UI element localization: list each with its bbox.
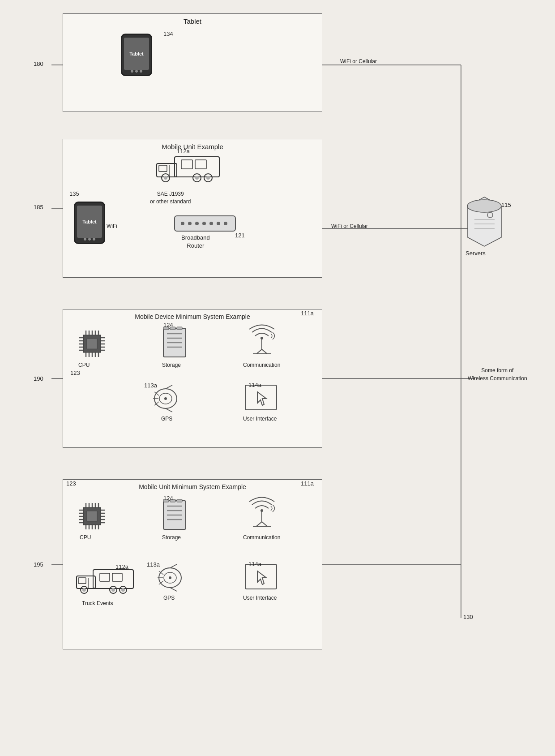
ref-195: 195	[34, 561, 43, 568]
ref-112a-2: 112a	[115, 563, 128, 570]
svg-point-26	[188, 222, 192, 225]
truck-icon-1	[152, 150, 224, 188]
ref-113a-2: 113a	[147, 561, 160, 568]
svg-rect-14	[159, 165, 167, 172]
svg-point-72	[260, 337, 263, 339]
svg-rect-59	[87, 339, 97, 349]
svg-line-70	[262, 349, 267, 354]
tablet-icon-1: Tablet	[121, 34, 152, 76]
ref-123-2: 123	[66, 480, 76, 487]
communication-icon-1	[244, 322, 280, 360]
ref-134: 134	[163, 30, 173, 37]
tablet-screen-2: Tablet	[77, 206, 102, 238]
svg-rect-117	[93, 570, 133, 588]
ref-180: 180	[34, 60, 43, 67]
svg-rect-111	[177, 499, 182, 502]
svg-rect-119	[78, 578, 86, 584]
sae-label: SAE J1939or other standard	[150, 190, 191, 206]
box2-title: Mobile Unit Example	[63, 143, 322, 150]
svg-point-25	[181, 222, 184, 225]
svg-point-33	[467, 200, 501, 212]
gps-label-2: GPS	[163, 595, 175, 601]
svg-rect-103	[87, 511, 97, 521]
svg-point-29	[209, 222, 213, 225]
ref-185: 185	[34, 204, 43, 210]
svg-line-130	[170, 564, 177, 568]
svg-point-133	[169, 576, 171, 579]
svg-line-113	[256, 522, 262, 526]
svg-point-28	[202, 222, 206, 225]
svg-point-27	[195, 222, 199, 225]
ref-130: 130	[463, 614, 473, 620]
communication-label-1: Communication	[243, 362, 280, 368]
svg-line-114	[262, 522, 267, 526]
svg-point-19	[195, 176, 199, 180]
ref-114a-1: 114a	[248, 382, 261, 388]
ui-label-1: User Interface	[243, 416, 277, 422]
svg-rect-137	[245, 564, 277, 589]
ref-111a-1: 111a	[301, 310, 314, 317]
server-icon	[465, 195, 504, 250]
svg-line-69	[256, 349, 262, 354]
svg-rect-81	[245, 385, 277, 410]
svg-point-124	[111, 588, 115, 592]
cpu-label-2: CPU	[80, 534, 91, 541]
ref-124-2: 124	[163, 495, 173, 502]
cpu-icon-2	[75, 499, 109, 535]
ref-124-1: 124	[163, 322, 173, 328]
svg-rect-128	[112, 573, 122, 581]
storage-icon-1	[159, 325, 190, 362]
wifi-label: WiFi	[107, 223, 117, 229]
storage-label-2: Storage	[162, 534, 181, 541]
box-mobile-device-example: Tablet	[63, 13, 322, 112]
svg-point-77	[164, 397, 167, 400]
truck-events-label: Truck Events	[82, 600, 113, 606]
ref-123-1: 123	[70, 369, 80, 376]
svg-line-75	[166, 408, 172, 412]
svg-rect-127	[100, 573, 110, 581]
wifi-cellular-label-1: WiFi or Cellular	[340, 58, 377, 64]
storage-icon-2	[159, 497, 190, 535]
servers-label: Servers	[465, 250, 486, 257]
wifi-cellular-label-2: WiFi or Cellular	[331, 223, 368, 229]
communication-icon-2	[244, 495, 280, 533]
ref-190: 190	[34, 375, 43, 382]
svg-point-21	[206, 176, 210, 180]
svg-rect-67	[177, 327, 182, 330]
communication-label-2: Communication	[243, 534, 280, 541]
box3-title: Mobile Device Minimum System Example	[63, 313, 322, 320]
svg-point-17	[164, 176, 167, 180]
ref-114a-2: 114a	[248, 561, 261, 567]
svg-point-30	[217, 222, 220, 225]
broadband-router-icon	[174, 215, 236, 234]
ref-111a-2: 111a	[301, 480, 314, 487]
svg-point-116	[260, 509, 263, 512]
svg-point-126	[121, 588, 125, 592]
tablet-icon-2: Tablet	[74, 202, 105, 244]
box4-title: Mobile Unit Minimum System Example	[63, 483, 322, 490]
svg-rect-22	[181, 160, 192, 169]
tablet-screen-1: Tablet	[124, 38, 149, 70]
wireless-label: Some form ofWireless Communication	[468, 366, 527, 382]
ref-115: 115	[501, 202, 511, 208]
ref-112a-1: 112a	[177, 148, 190, 155]
broadband-router-label: BroadbandRouter	[181, 234, 210, 250]
svg-point-31	[224, 222, 227, 225]
cpu-label-1: CPU	[78, 362, 90, 368]
box1-title: Tablet	[63, 17, 322, 25]
ref-121: 121	[235, 232, 245, 239]
cpu-icon-1	[75, 327, 109, 362]
svg-line-131	[170, 588, 177, 591]
svg-rect-23	[195, 160, 206, 169]
ref-113a-1: 113a	[144, 382, 157, 389]
ui-label-2: User Interface	[243, 595, 277, 601]
storage-label-1: Storage	[162, 362, 181, 368]
diagram-container: Tablet Tablet 134 180 WiFi or Cellular M…	[0, 0, 555, 756]
svg-line-74	[166, 385, 172, 389]
ref-135: 135	[69, 190, 79, 197]
gps-label-1: GPS	[161, 416, 172, 422]
svg-point-122	[82, 588, 86, 592]
